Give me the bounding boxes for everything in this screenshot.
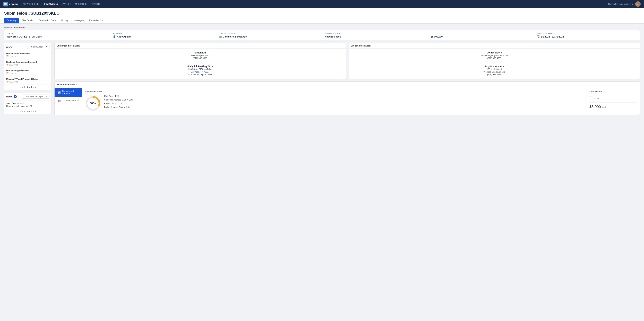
assignee-label: ASSIGNEE: [113, 32, 213, 34]
agency-name: Troy Insurance ↗: [352, 65, 637, 68]
nav-right: Connected Underwriting ▼ AU: [608, 1, 640, 7]
nav-parties[interactable]: PARTIES: [62, 2, 71, 6]
risk-tab-commercial-auto[interactable]: 🚗 Commercial Auto: [54, 97, 82, 104]
paid-label: paid: [602, 106, 606, 109]
assignee-cell: ASSIGNEE 👤 Andy Appian: [110, 30, 216, 40]
score-bar-item: Broker Address State = 1.5%: [104, 106, 584, 109]
status-cell: STATUS REVIEW COMPLETE - ACCEPT: [4, 30, 110, 40]
customer-email: simon.liu@test.com: [57, 54, 343, 57]
alerts-title: Alerts: [6, 46, 12, 48]
score-bar-item: Customer Address State = 10%: [104, 99, 584, 101]
external-link-icon[interactable]: ↗: [502, 66, 504, 68]
building-icon: 🏢: [58, 91, 61, 94]
tab-messages[interactable]: Messages: [71, 18, 86, 23]
alerts-panel-header: Alerts --- Select Alerts --- ▼: [4, 43, 52, 51]
calendar-icon: 📅: [6, 64, 9, 66]
risk-tabs: 🏢 Commercial Property 🚗 Commercial Auto: [54, 88, 82, 115]
risk-detail-content: Submission Score 57%: [82, 88, 640, 115]
notes-prev-page[interactable]: ‹: [22, 110, 23, 113]
alerts-last-page[interactable]: »: [35, 86, 36, 88]
agency-address2: Wexford City, PA 15143: [352, 71, 637, 73]
svg-rect-0: [4, 3, 6, 4]
notes-type-select[interactable]: --- Select Notes Type --- ▼: [22, 95, 50, 99]
svg-rect-2: [4, 4, 6, 5]
proposed-dates-label: PROPOSED DATES: [537, 32, 637, 34]
notes-next-page[interactable]: ›: [33, 110, 34, 113]
tab-risk-details[interactable]: Risk Details: [19, 18, 36, 23]
agency-phone: (678) 936-4756: [352, 73, 637, 76]
tab-related-actions[interactable]: Related Actions: [86, 18, 107, 23]
company-name: FlyQuick Parking TX ↗: [57, 65, 343, 68]
loss-divider: [590, 102, 637, 103]
score-label: Submission Score: [84, 90, 584, 93]
alert-item: New message received 📅 12/9/2022: [4, 68, 52, 76]
lob-label: LINE OF BUSINESS: [219, 32, 319, 34]
page-title: Submission #SUB1209SKLO: [4, 11, 640, 16]
tab-submission-docs[interactable]: Submission Docs: [36, 18, 58, 23]
alert-item: Missing TIV and Proposed Dates 📅 12/9/20…: [4, 76, 52, 85]
alert-date: 📅 12/9/2022: [6, 81, 50, 83]
alerts-next-page[interactable]: ›: [33, 86, 34, 88]
notes-pagination: « ‹ 1 - 1 of 1 › »: [4, 109, 52, 114]
customer-contact-section: Simon Liu simon.liu@test.com (512) 385-8…: [54, 48, 346, 62]
customer-broker-row: Customer Information Simon Liu simon.liu…: [54, 43, 640, 79]
company-phone-sic: (512) 385-8870 | SIC: 5556: [57, 73, 343, 76]
paid-row: $5,000 paid: [590, 105, 637, 109]
risk-tab-commercial-property[interactable]: 🏢 Commercial Property: [54, 88, 82, 97]
expand-icon[interactable]: ↗: [76, 84, 77, 86]
notes-first-page[interactable]: «: [20, 110, 21, 113]
note-date: 12/9/2022: [17, 102, 25, 104]
broker-name: Donna Troy ↗: [352, 51, 637, 54]
broker-info-title: Broker Information: [351, 44, 638, 47]
alerts-first-page[interactable]: «: [20, 86, 21, 88]
proposed-dates-value: 📅 1/1/2024 - 12/31/2024: [537, 35, 637, 38]
note-text: Reviewed with Legal on 12/9: [6, 105, 32, 107]
broker-contact-section: Donna Troy ↗ donna.troy@troyinsurance.co…: [349, 48, 640, 62]
nav-workbench[interactable]: MY WORKBENCH: [23, 2, 40, 6]
submission-type-value: New Business: [325, 35, 425, 38]
nav-reports[interactable]: REPORTS: [90, 2, 100, 6]
tiv-cell: TIV $5,000,000: [428, 30, 534, 40]
customer-phone: (512) 385-8870: [57, 57, 343, 59]
tab-summary[interactable]: Summary: [4, 18, 19, 23]
submission-type-cell: SUBMISSION TYPE New Business: [322, 30, 428, 40]
calendar-icon: 📅: [537, 35, 540, 38]
connected-underwriting-label: Connected Underwriting: [608, 3, 630, 5]
nav-messages[interactable]: MESSAGES: [75, 2, 86, 6]
company-address1: 2300 Spirit Of Texas Drive: [57, 68, 343, 70]
general-info-grid: STATUS REVIEW COMPLETE - ACCEPT ASSIGNEE…: [4, 30, 640, 40]
score-bars: Roof Age = 18% Customer Address State = …: [104, 95, 584, 110]
score-bar-item: Roof Age = 18%: [104, 95, 584, 97]
alert-item: Duplicate Submission Detected 📅 12/9/202…: [4, 59, 52, 68]
external-link-icon[interactable]: ↗: [211, 66, 213, 68]
external-link-icon[interactable]: ↗: [500, 52, 502, 54]
status-label: STATUS: [7, 32, 107, 34]
risk-content: 🏢 Commercial Property 🚗 Commercial Auto …: [54, 88, 640, 115]
alerts-page-info: 1 - 4 of 4: [24, 86, 32, 88]
notes-panel: Notes + --- Select Notes Type --- ▼ John…: [4, 93, 52, 114]
main-content: General Information STATUS REVIEW COMPLE…: [0, 24, 644, 118]
alerts-select[interactable]: --- Select Alerts --- ▼: [27, 45, 50, 49]
note-item: John Doe 12/9/2022 Reviewed with Legal o…: [4, 101, 52, 109]
lob-value: 🏢 Commercial Package: [219, 35, 319, 38]
calendar-icon: 📅: [6, 72, 9, 74]
right-column: Customer Information Simon Liu simon.liu…: [54, 43, 640, 115]
note-menu-button[interactable]: ⋮: [47, 102, 50, 105]
add-note-button[interactable]: +: [14, 95, 17, 98]
company-address2: Del Valle,, TX 78757: [57, 71, 343, 73]
user-avatar[interactable]: AU: [635, 1, 640, 7]
broker-email: donna.troy@troyinsurance.com: [352, 54, 637, 57]
alerts-prev-page[interactable]: ‹: [22, 86, 23, 88]
notes-title: Notes: [6, 95, 12, 98]
app-logo[interactable]: appian: [4, 2, 18, 6]
notes-last-page[interactable]: »: [35, 110, 36, 113]
calendar-icon: 📅: [6, 55, 9, 57]
tab-history[interactable]: History: [59, 18, 71, 23]
nav-submissions[interactable]: SUBMISSIONS: [44, 2, 58, 6]
agency-address1: 123 Apple Street: [352, 68, 637, 70]
alert-name: New message received: [6, 69, 50, 72]
notes-panel-header: Notes + --- Select Notes Type --- ▼: [4, 93, 52, 101]
lob-icon: 🏢: [219, 35, 222, 38]
broker-info-panel: Broker Information Donna Troy ↗ donna.tr…: [348, 43, 640, 79]
alert-date: 📅 12/9/2022: [6, 72, 50, 74]
